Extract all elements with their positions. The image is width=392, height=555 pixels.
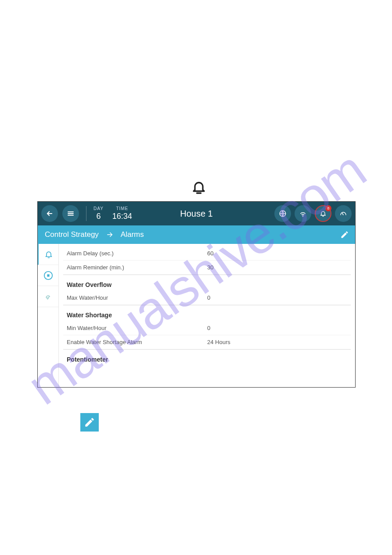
top-bar: DAY 6 TIME 16:34 House 1 8: [38, 202, 355, 225]
alert-badge: 8: [325, 205, 331, 211]
edit-button[interactable]: [340, 230, 349, 239]
tab-alarm[interactable]: [38, 244, 58, 265]
label-alarm-delay: Alarm Delay (sec.): [67, 250, 207, 257]
back-button[interactable]: [41, 205, 58, 222]
section-water-shortage: Water Shortage: [63, 305, 351, 321]
day-label: DAY: [94, 206, 104, 211]
breadcrumb-root[interactable]: Control Strategy: [45, 230, 99, 239]
label-enable-shortage: Enable Water Shortage Alarm: [67, 339, 207, 345]
row-enable-shortage[interactable]: Enable Water Shortage Alarm 24 Hours: [63, 335, 351, 349]
value-max-water: 0: [207, 294, 347, 301]
svg-line-5: [342, 213, 343, 215]
right-icon-group: 8: [274, 205, 352, 222]
bell-icon: [191, 179, 207, 195]
app-screenshot: DAY 6 TIME 16:34 House 1 8: [37, 201, 356, 388]
row-alarm-reminder[interactable]: Alarm Reminder (min.) 30: [63, 261, 351, 275]
value-enable-shortage: 24 Hours: [207, 339, 347, 345]
breadcrumb: Control Strategy Alarms: [38, 225, 355, 244]
tab-bird[interactable]: [38, 286, 58, 307]
gauge-button[interactable]: [335, 205, 352, 222]
menu-button[interactable]: [62, 205, 79, 222]
content-area: Alarm Delay (sec.) 60 Alarm Reminder (mi…: [38, 244, 355, 387]
row-max-water[interactable]: Max Water/Hour 0: [63, 291, 351, 305]
edit-icon-example: [80, 413, 99, 432]
value-min-water: 0: [207, 325, 347, 331]
divider: [86, 206, 86, 221]
value-alarm-reminder: 30: [207, 264, 347, 271]
arrow-right-icon: [106, 231, 114, 239]
breadcrumb-current: Alarms: [121, 230, 144, 239]
side-tabs: [38, 244, 59, 387]
day-time-group: DAY 6 TIME 16:34: [94, 206, 132, 221]
svg-point-4: [302, 216, 303, 217]
row-alarm-delay[interactable]: Alarm Delay (sec.) 60: [63, 247, 351, 261]
label-max-water: Max Water/Hour: [67, 294, 207, 301]
time-label: TIME: [112, 206, 132, 211]
row-min-water[interactable]: Min Water/Hour 0: [63, 321, 351, 335]
day-value: 6: [94, 212, 104, 221]
label-alarm-reminder: Alarm Reminder (min.): [67, 264, 207, 271]
label-min-water: Min Water/Hour: [67, 325, 207, 331]
settings-list[interactable]: Alarm Delay (sec.) 60 Alarm Reminder (mi…: [59, 244, 355, 387]
globe-button[interactable]: [274, 205, 291, 222]
time-value: 16:34: [112, 212, 132, 221]
alarm-button[interactable]: 8: [315, 205, 331, 222]
wifi-button[interactable]: [295, 205, 311, 222]
page-title: House 1: [180, 209, 213, 219]
tab-fan[interactable]: [38, 265, 58, 286]
value-alarm-delay: 60: [207, 250, 347, 257]
section-potentiometer: Potentiometer: [63, 349, 351, 366]
section-water-overflow: Water Overflow: [63, 275, 351, 291]
